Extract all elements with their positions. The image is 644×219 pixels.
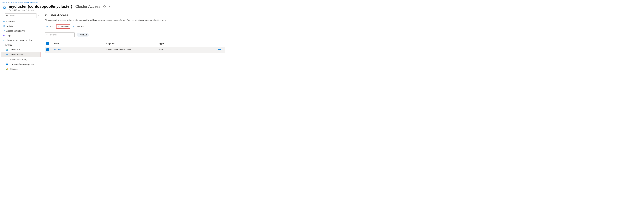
table-header: Name Object ID Type [45,41,226,47]
sidebar-item-secure-shell[interactable]: Secure shell (SSH) [1,57,40,62]
type-filter-pill[interactable]: Type : All [76,33,89,37]
svg-point-1 [5,6,6,8]
breadcrumb-separator: › [8,1,9,3]
close-button[interactable] [223,4,226,8]
type-filter-label: Type : [78,34,84,36]
sidebar-search-input[interactable] [5,13,36,18]
sidebar-item-label: Diagnose and solve problems [6,39,33,42]
check-icon [47,49,48,51]
sidebar-section-settings[interactable]: Settings [1,43,40,47]
sidebar-item-label: Cluster size [10,49,20,51]
filter-search-input[interactable] [45,33,74,37]
sidebar-search[interactable] [5,13,36,18]
svg-point-5 [6,15,8,16]
search-icon [46,34,48,36]
filter-row: Type : All [45,33,226,37]
svg-point-4 [111,6,111,7]
favorite-button[interactable] [102,5,106,9]
sidebar-item-activity-log[interactable]: Activity log [1,24,40,29]
sidebar-item-diagnose[interactable]: Diagnose and solve problems [1,38,40,43]
page-subtitle: Azure HDInsight on AKS cluster [9,9,221,11]
sidebar-item-cluster-size[interactable]: Cluster size [1,47,40,52]
main-description: You can control access to the cluster en… [45,19,226,21]
svg-rect-18 [6,69,7,70]
highlight-cluster-access: Cluster Access [1,52,41,57]
diagnose-icon [3,39,5,42]
sidebar-section-label: Settings [5,44,12,46]
sidebar-item-label: Tags [6,35,11,37]
table-row[interactable]: contoso abcde-12345-abcde-12345 User ••• [45,47,226,53]
ssh-icon [6,59,8,61]
cell-object-id: abcde-12345-abcde-12345 [106,49,159,51]
plus-icon [46,25,48,28]
check-icon [47,43,48,44]
sidebar-item-label: Cluster Access [10,54,23,56]
refresh-icon [73,25,76,28]
type-filter-value: All [84,34,87,36]
sidebar-item-label: Secure shell (SSH) [10,59,27,61]
svg-point-21 [47,34,48,35]
overview-icon [3,20,5,23]
svg-rect-16 [7,60,7,60]
sidebar-item-label: Services [10,68,18,70]
col-object-id[interactable]: Object ID [106,42,159,45]
sidebar-item-cluster-access[interactable]: Cluster Access [1,52,40,57]
sidebar-item-label: Configuration Management [10,63,34,66]
main-content: Cluster Access You can control access to… [42,13,228,71]
add-button[interactable]: Add [45,25,54,28]
reorder-icon[interactable] [2,15,4,17]
cluster-access-icon [6,54,8,56]
svg-point-7 [3,21,5,23]
col-type[interactable]: Type [159,42,206,45]
more-commands-button[interactable] [108,5,112,8]
sidebar-item-access-control[interactable]: Access control (IAM) [1,29,40,33]
svg-point-13 [6,54,7,55]
col-name[interactable]: Name [54,42,106,45]
sidebar-item-config-mgmt[interactable]: Configuration Management [1,62,40,67]
svg-point-0 [3,6,4,8]
refresh-label: Refresh [77,25,84,28]
svg-point-3 [110,6,110,7]
access-control-icon [3,30,5,32]
activity-log-icon [3,25,5,27]
page-header: mycluster (contosopool/mycluster) | Clus… [0,4,228,13]
toolbar: Add Remove Refresh [45,25,226,30]
sidebar-item-overview[interactable]: Overview [1,19,40,24]
collapse-sidebar-icon[interactable] [38,15,40,17]
config-icon [6,63,8,66]
svg-rect-17 [6,64,8,65]
remove-label: Remove [61,25,68,28]
sidebar-item-tags[interactable]: Tags [1,33,40,38]
sidebar-item-services[interactable]: Services [1,67,40,71]
svg-point-15 [6,59,7,60]
cluster-size-icon [6,49,8,51]
svg-point-2 [109,6,110,7]
add-label: Add [50,25,53,28]
breadcrumb-current[interactable]: mycluster (contosopool/mycluster) [10,1,38,3]
cluster-icon [2,5,7,10]
breadcrumb: Home › mycluster (contosopool/mycluster) [0,0,228,4]
sidebar-item-label: Activity log [6,25,16,27]
svg-rect-19 [7,69,7,70]
refresh-button[interactable]: Refresh [72,25,85,28]
breadcrumb-home[interactable]: Home [2,1,7,3]
row-more-button[interactable]: ••• [218,49,224,51]
cell-name[interactable]: contoso [54,49,106,51]
svg-point-9 [3,30,4,31]
select-all-checkbox[interactable] [46,42,49,45]
access-table: Name Object ID Type contoso abcde-12345-… [45,41,226,53]
cell-type: User [159,49,206,51]
trash-icon [57,25,60,28]
svg-point-11 [3,35,4,35]
filter-search[interactable] [45,33,74,37]
tags-icon [3,35,5,37]
sidebar-item-label: Access control (IAM) [6,30,25,32]
row-checkbox[interactable] [46,48,49,51]
svg-rect-20 [8,68,8,70]
sidebar-item-label: Overview [6,20,15,23]
sidebar: Overview Activity log Access control (IA… [0,13,42,71]
chevron-down-icon [2,44,4,46]
svg-point-10 [4,30,4,31]
svg-point-6 [4,21,4,22]
remove-button[interactable]: Remove [56,25,70,29]
